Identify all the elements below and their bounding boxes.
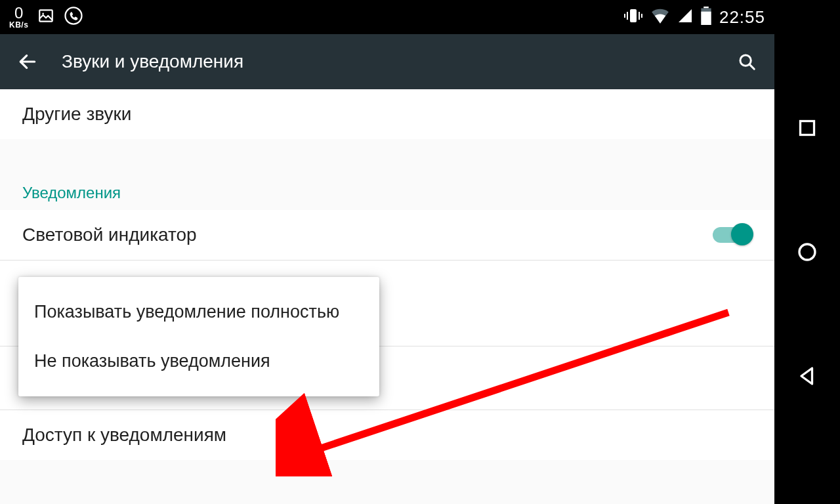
led-indicator-row[interactable]: Световой индикатор bbox=[0, 210, 774, 260]
svg-point-14 bbox=[799, 244, 815, 260]
cell-signal-icon bbox=[677, 8, 693, 27]
led-indicator-toggle[interactable] bbox=[713, 227, 752, 243]
svg-rect-7 bbox=[641, 14, 642, 18]
led-indicator-label: Световой индикатор bbox=[22, 224, 197, 245]
notification-access-row[interactable]: Доступ к уведомлениям bbox=[0, 410, 774, 460]
svg-rect-8 bbox=[704, 7, 709, 9]
vibrate-icon bbox=[623, 7, 643, 28]
popup-option-dont-show[interactable]: Не показывать уведомления bbox=[18, 337, 379, 386]
other-sounds-label: Другие звуки bbox=[22, 104, 131, 125]
back-button[interactable] bbox=[12, 46, 43, 77]
popup-option-show-full[interactable]: Показывать уведомление полностью bbox=[18, 287, 379, 337]
network-speed-indicator: 0 KB/s bbox=[9, 5, 28, 29]
svg-point-2 bbox=[66, 7, 82, 24]
svg-rect-10 bbox=[701, 11, 711, 24]
nav-recent-button[interactable] bbox=[793, 114, 822, 142]
notification-access-label: Доступ к уведомлениям bbox=[22, 425, 226, 446]
android-nav-bar bbox=[774, 0, 840, 504]
search-button[interactable] bbox=[731, 46, 763, 77]
status-bar: 0 KB/s 22:55 bbox=[0, 0, 774, 34]
picture-icon bbox=[37, 7, 54, 28]
svg-rect-6 bbox=[639, 12, 640, 20]
other-sounds-row[interactable]: Другие звуки bbox=[0, 89, 774, 139]
svg-rect-4 bbox=[627, 12, 628, 20]
page-title: Звуки и уведомления bbox=[62, 51, 243, 72]
battery-icon bbox=[701, 7, 711, 28]
settings-content: Другие звуки Уведомления Световой индика… bbox=[0, 89, 774, 504]
notifications-section-header: Уведомления bbox=[0, 176, 774, 210]
svg-rect-3 bbox=[630, 9, 637, 22]
nav-back-button[interactable] bbox=[793, 362, 822, 390]
svg-rect-13 bbox=[801, 121, 814, 135]
svg-point-1 bbox=[43, 12, 45, 14]
app-bar: Звуки и уведомления bbox=[0, 34, 774, 89]
lockscreen-notification-popup: Показывать уведомление полностью Не пока… bbox=[18, 277, 379, 396]
wifi-icon bbox=[651, 8, 669, 27]
svg-rect-5 bbox=[624, 14, 625, 18]
nav-home-button[interactable] bbox=[793, 238, 822, 266]
viber-icon bbox=[64, 6, 83, 29]
clock: 22:55 bbox=[719, 7, 765, 28]
